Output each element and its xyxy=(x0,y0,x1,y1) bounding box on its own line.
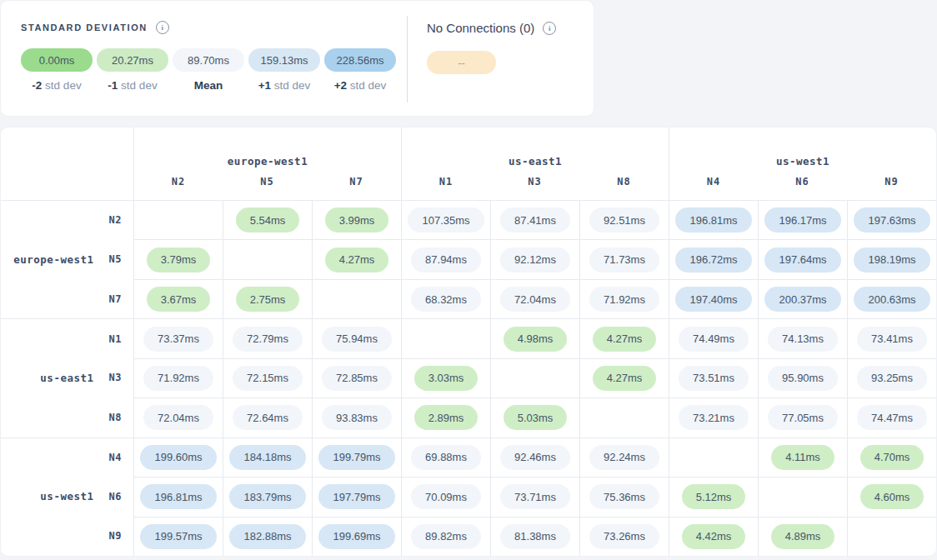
latency-pill[interactable]: 196.72ms xyxy=(675,248,751,272)
latency-pill[interactable]: 73.41ms xyxy=(857,327,927,352)
col-label: N5 xyxy=(223,174,312,200)
latency-pill[interactable]: 73.37ms xyxy=(143,327,213,352)
matrix-cell: 71.92ms xyxy=(133,358,223,398)
matrix-cell: 199.69ms xyxy=(312,517,401,556)
latency-pill[interactable]: 5.54ms xyxy=(236,208,300,232)
latency-pill[interactable]: 74.49ms xyxy=(679,327,749,352)
latency-pill[interactable]: 3.67ms xyxy=(147,287,211,312)
latency-pill[interactable]: 69.88ms xyxy=(411,445,481,470)
latency-pill[interactable]: 4.89ms xyxy=(771,524,835,549)
latency-pill[interactable]: 77.05ms xyxy=(768,405,838,430)
matrix-cell: 196.81ms xyxy=(133,477,223,516)
latency-pill[interactable]: 87.94ms xyxy=(411,248,481,272)
latency-pill[interactable]: 72.04ms xyxy=(143,405,213,430)
matrix-cell: 197.63ms xyxy=(847,200,936,239)
matrix-cell: 4.89ms xyxy=(758,517,847,556)
latency-pill[interactable]: 4.11ms xyxy=(771,445,834,470)
latency-pill[interactable]: 196.81ms xyxy=(140,484,216,509)
latency-pill[interactable]: 92.46ms xyxy=(500,445,570,470)
latency-pill[interactable]: 71.92ms xyxy=(589,287,659,312)
latency-pill[interactable]: 5.03ms xyxy=(504,405,568,430)
matrix-cell: 196.17ms xyxy=(758,200,847,239)
latency-pill[interactable]: 4.27ms xyxy=(593,327,657,352)
latency-pill[interactable]: 197.63ms xyxy=(854,208,929,232)
latency-pill[interactable]: 4.60ms xyxy=(860,484,924,509)
latency-pill[interactable]: 2.89ms xyxy=(414,405,479,430)
latency-pill[interactable]: 199.60ms xyxy=(140,445,216,470)
latency-pill[interactable]: 74.47ms xyxy=(857,405,927,430)
latency-pill[interactable]: 72.15ms xyxy=(233,366,303,391)
latency-pill[interactable]: 74.13ms xyxy=(768,327,838,352)
matrix-cell: 5.12ms xyxy=(669,477,758,516)
latency-pill[interactable]: 71.73ms xyxy=(589,248,659,272)
latency-matrix: europe-west1us-east1us-west1N2N5N7N1N3N8… xyxy=(1,128,936,556)
latency-pill[interactable]: 198.19ms xyxy=(854,248,929,272)
latency-pill[interactable]: 200.37ms xyxy=(764,287,840,312)
matrix-cell: 68.32ms xyxy=(401,279,490,318)
latency-pill[interactable]: 199.69ms xyxy=(318,524,394,549)
latency-pill[interactable]: 92.24ms xyxy=(589,445,659,470)
info-icon[interactable]: i xyxy=(543,22,556,35)
latency-pill[interactable]: 4.98ms xyxy=(504,327,568,352)
latency-pill[interactable]: 72.04ms xyxy=(500,287,570,312)
latency-pill[interactable]: 199.57ms xyxy=(140,524,216,549)
latency-pill[interactable]: 73.26ms xyxy=(589,524,659,549)
latency-pill[interactable]: 70.09ms xyxy=(411,484,481,509)
latency-pill[interactable]: 4.27ms xyxy=(325,248,389,272)
latency-pill[interactable]: 72.64ms xyxy=(233,405,303,430)
latency-pill[interactable]: 95.90ms xyxy=(768,366,838,391)
latency-pill[interactable]: 4.70ms xyxy=(860,445,924,470)
latency-pill[interactable]: 196.17ms xyxy=(764,208,840,232)
row-label: N6 xyxy=(109,491,122,502)
matrix-cell: 87.41ms xyxy=(490,200,579,239)
latency-pill[interactable]: 197.64ms xyxy=(764,248,840,272)
matrix-cell: 71.73ms xyxy=(579,239,669,278)
latency-pill[interactable]: 197.79ms xyxy=(318,484,394,509)
latency-pill[interactable]: 72.85ms xyxy=(322,366,392,391)
latency-pill[interactable]: 200.63ms xyxy=(854,287,929,312)
latency-pill[interactable]: 72.79ms xyxy=(233,327,303,352)
latency-pill[interactable]: 3.79ms xyxy=(147,248,211,272)
latency-pill[interactable]: 183.79ms xyxy=(229,484,305,509)
latency-pill[interactable]: 4.27ms xyxy=(593,366,657,391)
latency-pill[interactable]: 68.32ms xyxy=(411,287,481,312)
latency-pill[interactable]: 73.71ms xyxy=(500,484,570,509)
latency-pill[interactable]: 199.79ms xyxy=(318,445,394,470)
matrix-cell: 73.21ms xyxy=(669,398,758,437)
matrix-cell: 199.79ms xyxy=(312,438,401,477)
matrix-cell: 87.94ms xyxy=(401,239,490,278)
latency-pill[interactable]: 81.38ms xyxy=(500,524,570,549)
matrix-cell: 72.85ms xyxy=(312,358,401,398)
latency-pill[interactable]: 93.83ms xyxy=(322,405,392,430)
latency-pill[interactable]: 73.51ms xyxy=(679,366,749,391)
latency-pill[interactable]: 87.41ms xyxy=(500,208,570,232)
matrix-cell: 92.46ms xyxy=(490,438,579,477)
latency-pill[interactable]: 2.75ms xyxy=(236,287,300,312)
latency-pill[interactable]: 5.12ms xyxy=(682,484,746,509)
latency-pill[interactable]: 73.21ms xyxy=(679,405,749,430)
latency-pill[interactable]: 71.92ms xyxy=(143,366,213,391)
latency-pill[interactable]: 92.12ms xyxy=(500,248,570,272)
region-col-header: us-east1 xyxy=(401,128,669,174)
no-connections-legend: No Connections (0) i -- xyxy=(427,1,556,74)
latency-pill[interactable]: 182.88ms xyxy=(229,524,305,549)
latency-pill[interactable]: 3.99ms xyxy=(325,208,389,232)
latency-pill[interactable]: 92.51ms xyxy=(589,208,659,232)
latency-pill[interactable]: 4.42ms xyxy=(682,524,746,549)
latency-pill[interactable]: 196.81ms xyxy=(675,208,751,232)
std-dev-bucket: 0.00ms-2 std dev xyxy=(21,48,93,92)
row-label: N3 xyxy=(109,372,122,383)
region-row-label: europe-west1 xyxy=(13,253,93,266)
row-header: N2 xyxy=(1,200,133,239)
latency-pill[interactable]: 107.35ms xyxy=(408,208,484,232)
latency-pill[interactable]: 93.25ms xyxy=(857,366,927,391)
latency-pill[interactable]: 75.36ms xyxy=(589,484,659,509)
std-dev-pill: 89.70ms xyxy=(173,48,244,72)
latency-pill[interactable]: 89.82ms xyxy=(411,524,481,549)
latency-pill[interactable]: 75.94ms xyxy=(322,327,392,352)
latency-pill[interactable]: 3.03ms xyxy=(414,366,479,391)
latency-pill[interactable]: 184.18ms xyxy=(229,445,305,470)
latency-pill[interactable]: 197.40ms xyxy=(675,287,751,312)
std-dev-bucket: 159.13ms+1 std dev xyxy=(248,48,320,92)
info-icon[interactable]: i xyxy=(156,21,169,34)
